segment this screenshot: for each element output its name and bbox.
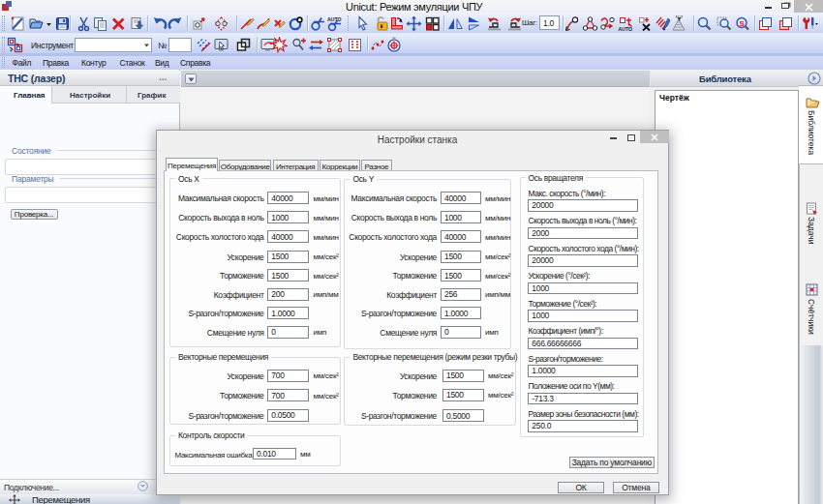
svg-text:AUTO: AUTO bbox=[618, 26, 632, 32]
svg-text:S: S bbox=[739, 18, 745, 27]
svg-text:AUTO: AUTO bbox=[327, 15, 342, 21]
